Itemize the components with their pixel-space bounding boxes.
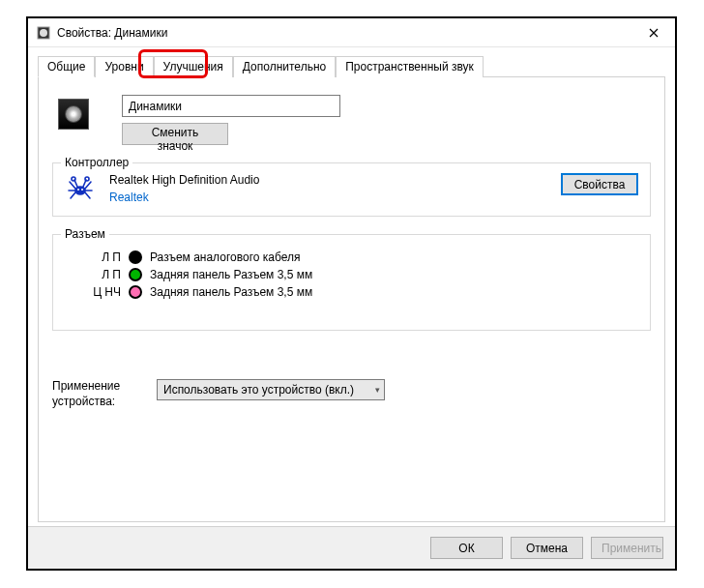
realtek-crab-icon bbox=[65, 173, 96, 204]
jack-group-title: Разъем bbox=[61, 227, 109, 241]
jack-color-icon bbox=[129, 285, 142, 299]
jack-desc: Задняя панель Разъем 3,5 мм bbox=[150, 268, 312, 281]
close-button[interactable] bbox=[631, 18, 675, 47]
device-name-input[interactable] bbox=[122, 95, 340, 117]
device-usage-select[interactable]: Использовать это устройство (вкл.) ▾ bbox=[157, 379, 385, 400]
svg-point-3 bbox=[77, 189, 79, 191]
jack-label: Л П bbox=[65, 268, 121, 281]
tab-enhancements[interactable]: Улучшения bbox=[154, 56, 233, 77]
device-icon bbox=[58, 99, 89, 130]
jack-label: Ц НЧ bbox=[65, 285, 121, 299]
svg-point-4 bbox=[81, 189, 83, 191]
controller-group: Контроллер bbox=[52, 162, 651, 217]
tab-advanced[interactable]: Дополнительно bbox=[233, 56, 336, 77]
change-icon-button[interactable]: Сменить значок bbox=[122, 123, 228, 145]
svg-point-2 bbox=[75, 187, 85, 194]
jack-desc: Разъем аналогового кабеля bbox=[150, 250, 300, 264]
jack-row: Л П Разъем аналогового кабеля bbox=[65, 250, 638, 264]
ok-button[interactable]: ОК bbox=[430, 537, 503, 559]
controller-group-title: Контроллер bbox=[61, 156, 132, 169]
jack-group: Разъем Л П Разъем аналогового кабеля Л П… bbox=[52, 234, 651, 331]
tab-strip: Общие Уровни Улучшения Дополнительно Про… bbox=[38, 55, 665, 77]
jack-label: Л П bbox=[65, 250, 121, 264]
dialog-button-bar: ОК Отмена Применить bbox=[28, 526, 675, 569]
apply-button[interactable]: Применить bbox=[591, 537, 663, 559]
svg-point-1 bbox=[40, 29, 47, 37]
svg-point-6 bbox=[85, 177, 89, 181]
jack-color-icon bbox=[129, 268, 142, 281]
chevron-down-icon: ▾ bbox=[375, 385, 380, 395]
tab-levels[interactable]: Уровни bbox=[95, 56, 153, 77]
cancel-button[interactable]: Отмена bbox=[511, 537, 583, 559]
device-usage-value: Использовать это устройство (вкл.) bbox=[163, 383, 354, 397]
jack-row: Л П Задняя панель Разъем 3,5 мм bbox=[65, 268, 638, 281]
window-title: Свойства: Динамики bbox=[57, 26, 631, 40]
tab-general[interactable]: Общие bbox=[38, 56, 95, 77]
controller-properties-button[interactable]: Свойства bbox=[561, 173, 638, 195]
tab-content-general: Сменить значок Контроллер bbox=[38, 77, 665, 522]
jack-row: Ц НЧ Задняя панель Разъем 3,5 мм bbox=[65, 285, 638, 299]
jack-desc: Задняя панель Разъем 3,5 мм bbox=[150, 285, 312, 299]
titlebar: Свойства: Динамики bbox=[28, 18, 675, 47]
jack-color-icon bbox=[129, 250, 142, 264]
tab-spatial[interactable]: Пространственный звук bbox=[336, 56, 484, 77]
speaker-small-icon bbox=[36, 25, 51, 41]
device-usage-label: Применение устройства: bbox=[52, 379, 139, 409]
svg-point-5 bbox=[72, 177, 75, 181]
controller-vendor-link[interactable]: Realtek bbox=[109, 191, 547, 204]
controller-name: Realtek High Definition Audio bbox=[109, 173, 547, 187]
